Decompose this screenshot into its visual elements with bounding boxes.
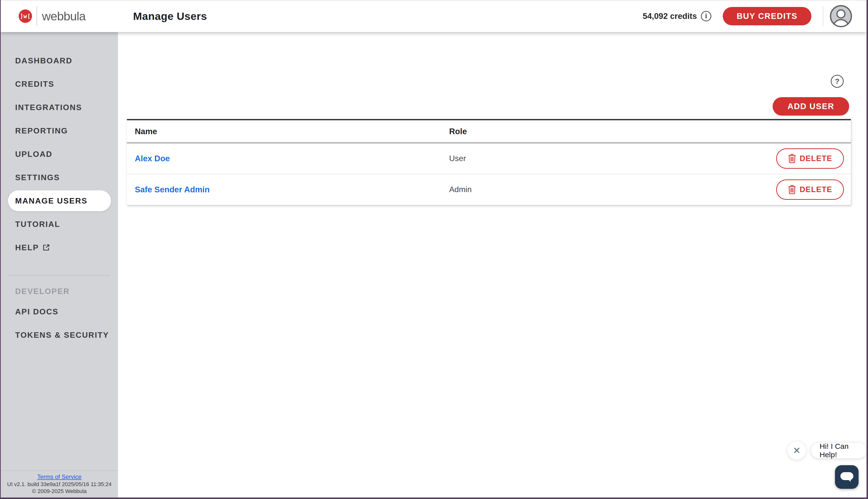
delete-button-label: DELETE xyxy=(800,185,832,194)
delete-button-label: DELETE xyxy=(800,154,832,163)
page-title: Manage Users xyxy=(133,10,207,22)
developer-section: DEVELOPER xyxy=(1,280,118,303)
sidebar-item-credits[interactable]: CREDITS xyxy=(1,72,118,96)
developer-section-label: DEVELOPER xyxy=(1,280,118,303)
app-header: ]w[ webbula Manage Users 54,092 credits … xyxy=(1,0,867,32)
chat-tooltip[interactable]: Hi! I Can Help! xyxy=(811,443,867,458)
sidebar-section-divider xyxy=(9,275,110,276)
user-avatar[interactable] xyxy=(829,4,853,28)
sidebar-nav: DASHBOARD CREDITS INTEGRATIONS REPORTING… xyxy=(1,49,118,259)
table-row: Alex Doe User DELETE xyxy=(127,143,851,174)
app-window: ]w[ webbula Manage Users 54,092 credits … xyxy=(1,0,867,498)
sidebar-item-api-docs[interactable]: API DOCS xyxy=(1,300,118,323)
sidebar-item-tokens-security[interactable]: TOKENS & SECURITY xyxy=(1,323,118,347)
header-right-group: 54,092 credits i BUY CREDITS xyxy=(643,0,853,32)
avatar-icon xyxy=(829,4,853,28)
webbula-logo-icon: ]w[ xyxy=(18,10,32,23)
sidebar: DASHBOARD CREDITS INTEGRATIONS REPORTING… xyxy=(1,32,118,498)
sidebar-item-upload[interactable]: UPLOAD xyxy=(1,142,118,166)
logo-divider xyxy=(37,7,37,26)
buy-credits-button[interactable]: BUY CREDITS xyxy=(723,7,812,25)
column-header-role: Role xyxy=(449,127,766,136)
credits-balance: 54,092 credits xyxy=(643,11,697,21)
trash-icon xyxy=(788,154,796,163)
sidebar-item-manage-users[interactable]: MANAGE USERS xyxy=(8,190,111,211)
copyright: © 2009-2025 Webbula xyxy=(1,488,118,495)
brand-wordmark: webbula xyxy=(42,9,86,23)
main-content: ? ADD USER Name Role Alex Doe User xyxy=(118,32,867,498)
close-icon: ✕ xyxy=(793,445,801,456)
logo-glyph: ]w[ xyxy=(20,13,31,20)
info-icon[interactable]: i xyxy=(701,11,711,21)
user-role: Admin xyxy=(449,185,766,194)
delete-user-button[interactable]: DELETE xyxy=(776,180,844,200)
sidebar-item-help[interactable]: HELP xyxy=(1,236,118,259)
sidebar-item-settings[interactable]: SETTINGS xyxy=(1,166,118,189)
external-link-icon xyxy=(42,244,50,252)
delete-user-button[interactable]: DELETE xyxy=(776,148,844,169)
sidebar-item-tutorial[interactable]: TUTORIAL xyxy=(1,212,118,236)
add-user-button[interactable]: ADD USER xyxy=(773,97,849,115)
user-name-link[interactable]: Alex Doe xyxy=(135,154,170,163)
header-divider xyxy=(823,6,823,26)
user-name-link[interactable]: Safe Sender Admin xyxy=(135,185,210,194)
sidebar-item-dashboard[interactable]: DASHBOARD xyxy=(1,49,118,72)
users-table: Name Role Alex Doe User xyxy=(127,119,851,205)
chat-close-button[interactable]: ✕ xyxy=(788,441,806,460)
sidebar-item-integrations[interactable]: INTEGRATIONS xyxy=(1,96,118,119)
chat-bubble-icon xyxy=(840,472,854,483)
user-role: User xyxy=(449,154,766,163)
brand-logo: ]w[ webbula xyxy=(18,7,86,26)
build-info: UI v2.1. build 33e9a1f 2025/05/16 11:35:… xyxy=(1,481,118,488)
table-header-row: Name Role xyxy=(127,120,851,143)
trash-icon xyxy=(788,185,796,194)
table-row: Safe Sender Admin Admin DELETE xyxy=(127,174,851,205)
developer-nav: API DOCS TOKENS & SECURITY xyxy=(1,300,118,347)
sidebar-footer: Terms of Service UI v2.1. build 33e9a1f … xyxy=(1,471,118,498)
column-header-name: Name xyxy=(127,127,449,136)
sidebar-item-reporting[interactable]: REPORTING xyxy=(1,119,118,142)
chat-launcher-button[interactable] xyxy=(835,465,858,489)
sidebar-item-help-label: HELP xyxy=(15,243,39,252)
terms-of-service-link[interactable]: Terms of Service xyxy=(37,473,82,480)
help-icon[interactable]: ? xyxy=(831,75,844,88)
